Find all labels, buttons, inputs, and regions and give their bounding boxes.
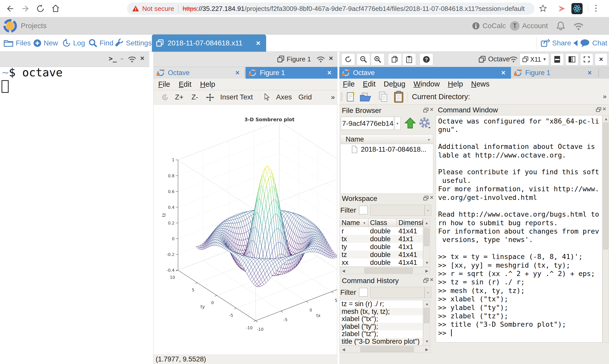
history-entry[interactable]: ylabel ("ty"); <box>340 323 423 331</box>
scrollbar-thumb[interactable] <box>364 268 413 273</box>
vertical-scrollbar[interactable]: ▲ ▼ <box>423 300 430 345</box>
menu-help[interactable]: Help <box>200 80 215 89</box>
scroll-left-button[interactable]: ◀ <box>342 269 345 273</box>
history-entry[interactable]: zlabel ("tz"); <box>340 330 423 338</box>
scrollbar-thumb[interactable] <box>360 346 414 352</box>
chat-button[interactable]: Chat <box>573 34 607 52</box>
tab-figure1[interactable]: Figure 1 × <box>511 67 598 79</box>
paste-button[interactable] <box>402 53 416 65</box>
redux-extension-icon[interactable] <box>557 4 566 13</box>
col-dimension[interactable]: Dimensi <box>397 218 423 227</box>
history-entry[interactable]: tz = sin (r) ./ r; <box>340 300 423 308</box>
filter-checkbox[interactable] <box>359 288 368 297</box>
account-button[interactable]: T Account <box>510 17 548 34</box>
horizontal-scrollbar[interactable]: ◀ ▶ <box>340 346 430 353</box>
vertical-scrollbar[interactable]: ▲ <box>602 115 609 342</box>
share-button[interactable]: Share <box>540 34 571 52</box>
terminal-panel[interactable]: >_ ~ × ~$ octave <box>0 52 149 364</box>
toolbar-overflow-button[interactable]: » <box>331 93 335 101</box>
refresh-button[interactable] <box>341 53 355 65</box>
scroll-down-button[interactable]: ▼ <box>425 261 429 265</box>
undock-icon[interactable] <box>423 108 429 113</box>
scroll-up-button[interactable]: ▲ <box>425 302 429 306</box>
filter-dropdown-button[interactable]: ▾ <box>425 205 431 216</box>
history-entry[interactable]: mesh (tx, ty, tz); <box>340 308 423 316</box>
projects-button[interactable]: Projects <box>21 17 46 34</box>
tab-octave-close-icon[interactable]: × <box>501 69 505 77</box>
axes-button[interactable]: Axes <box>276 93 292 101</box>
maximize-button[interactable] <box>580 53 593 65</box>
paste-button[interactable] <box>393 91 404 103</box>
history-entry[interactable]: title ("3-D Sombrero plot") <box>340 338 423 345</box>
connection-wifi-icon[interactable] <box>573 22 584 30</box>
react-extension-icon[interactable] <box>571 3 583 14</box>
zoom-out-button[interactable] <box>357 53 370 65</box>
table-row[interactable]: rdouble41x41 <box>340 227 423 235</box>
menu-debug[interactable]: Debug <box>384 80 405 88</box>
file-row[interactable]: 2018-11-07-084618... <box>341 145 433 154</box>
nav-log[interactable]: Log <box>62 34 85 52</box>
zoom-out-button[interactable]: Z- <box>191 93 198 101</box>
tab-figure1-close-icon[interactable]: × <box>327 69 331 77</box>
tab-octave[interactable]: Octave × <box>154 67 245 79</box>
nav-files[interactable]: Files <box>4 34 31 52</box>
filter-combobox[interactable] <box>370 287 425 298</box>
filter-dropdown-button[interactable]: ▾ <box>425 287 431 298</box>
back-icon[interactable] <box>6 5 14 13</box>
reload-icon[interactable] <box>36 4 45 13</box>
table-row[interactable]: tzdouble41x41 <box>340 251 423 258</box>
tab-figure1-close-icon[interactable]: × <box>588 69 592 77</box>
split-horizontal-button[interactable] <box>551 53 564 65</box>
sombrero-plot[interactable] <box>154 105 337 355</box>
forward-icon[interactable] <box>21 5 29 13</box>
insert-text-button[interactable]: Insert Text <box>220 93 253 101</box>
pan-icon[interactable] <box>206 93 214 101</box>
menu-edit[interactable]: Edit <box>179 80 191 89</box>
col-class[interactable]: Class <box>368 218 397 227</box>
menu-window[interactable]: Window <box>413 80 440 88</box>
notifications-bell-icon[interactable] <box>556 21 566 31</box>
filter-checkbox[interactable] <box>359 206 368 214</box>
cocalc-info-button[interactable]: CoCalc <box>472 17 506 34</box>
help-button[interactable]: ? <box>420 53 433 65</box>
cocalc-logo[interactable] <box>3 19 17 33</box>
figure-close-icon[interactable]: × <box>329 54 333 62</box>
directory-dropdown-button[interactable]: ▾ <box>394 117 401 130</box>
tab-octave-close-icon[interactable]: × <box>235 69 239 77</box>
close-panel-icon[interactable]: × <box>430 106 434 113</box>
zoom-in-button[interactable]: Z+ <box>175 93 183 101</box>
toolbar-overflow-button[interactable]: » <box>603 93 606 100</box>
col-name[interactable]: Name▾ <box>340 218 368 227</box>
file-list-header[interactable]: Name ▾ <box>340 134 433 144</box>
scroll-down-button[interactable]: ▼ <box>425 339 429 343</box>
scrollbar-thumb[interactable] <box>424 308 429 323</box>
close-file-tab-icon[interactable]: × <box>256 39 261 47</box>
browser-settings-button[interactable] <box>419 117 431 129</box>
nav-settings[interactable]: Settings <box>115 34 152 52</box>
select-cursor-icon[interactable] <box>263 93 270 101</box>
table-row[interactable]: xxdouble41x41 <box>340 258 423 266</box>
table-row[interactable]: tydouble41x1 <box>340 243 423 251</box>
vertical-scrollbar[interactable]: ▼ <box>423 227 430 267</box>
menu-edit[interactable]: Edit <box>363 80 376 88</box>
scroll-right-button[interactable]: ▶ <box>425 269 428 273</box>
tab-figure1[interactable]: Figure 1 × <box>246 67 338 79</box>
grid-button[interactable]: Grid <box>298 93 312 101</box>
address-bar[interactable]: Not secure https://35.227.184.91/project… <box>127 3 535 15</box>
close-panel-button[interactable]: × <box>595 53 607 65</box>
close-panel-icon[interactable]: × <box>430 276 434 284</box>
scroll-up-button[interactable]: ▲ <box>604 117 608 121</box>
copy-button[interactable] <box>378 91 389 102</box>
zoom-in-button[interactable] <box>371 53 384 65</box>
close-panel-icon[interactable]: × <box>602 105 606 113</box>
copy-button[interactable] <box>388 53 402 65</box>
terminal-close-icon[interactable]: × <box>140 54 144 62</box>
command-window-output[interactable]: Octave was configured for "x86_64-pc-li … <box>436 115 602 342</box>
horizontal-scrollbar[interactable]: ◀ ▶ <box>340 267 430 274</box>
bookmark-star-icon[interactable] <box>539 5 547 13</box>
menu-file[interactable]: File <box>158 80 170 89</box>
new-script-button[interactable] <box>345 91 356 102</box>
table-row[interactable]: txdouble41x1 <box>340 235 423 243</box>
menu-help[interactable]: Help <box>448 80 463 88</box>
scroll-right-button[interactable]: ▶ <box>425 348 428 351</box>
